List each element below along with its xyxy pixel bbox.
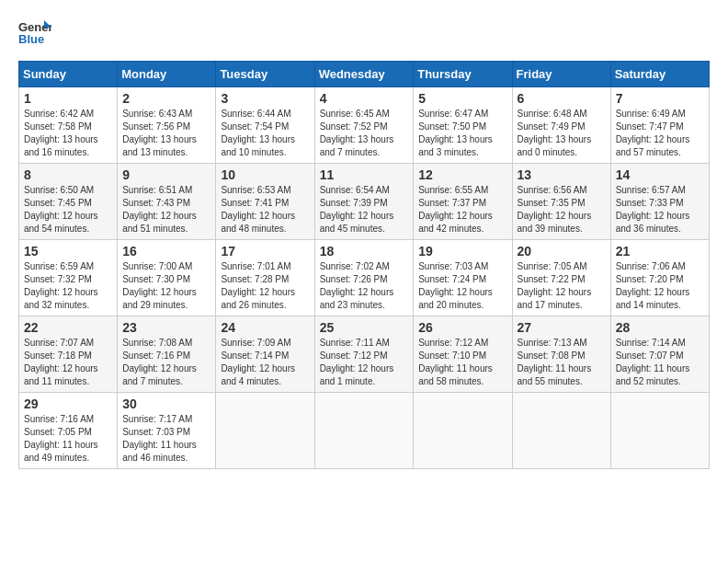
day-number: 27	[518, 320, 606, 335]
day-number: 3	[221, 91, 309, 106]
calendar-cell: 10Sunrise: 6:53 AM Sunset: 7:41 PM Dayli…	[216, 164, 314, 240]
page-header: General Blue	[18, 18, 710, 46]
day-number: 17	[221, 244, 309, 259]
day-detail: Sunrise: 7:16 AM Sunset: 7:05 PM Dayligh…	[24, 413, 112, 465]
day-detail: Sunrise: 7:08 AM Sunset: 7:16 PM Dayligh…	[122, 337, 210, 388]
day-detail: Sunrise: 7:06 AM Sunset: 7:20 PM Dayligh…	[616, 260, 704, 312]
calendar-cell: 4Sunrise: 6:45 AM Sunset: 7:52 PM Daylig…	[314, 87, 414, 164]
weekday-header-saturday: Saturday	[610, 62, 709, 87]
weekday-header-thursday: Thursday	[414, 62, 512, 87]
calendar-cell: 16Sunrise: 7:00 AM Sunset: 7:30 PM Dayli…	[118, 240, 216, 316]
day-detail: Sunrise: 7:09 AM Sunset: 7:14 PM Dayligh…	[221, 337, 309, 388]
calendar-cell: 19Sunrise: 7:03 AM Sunset: 7:24 PM Dayli…	[414, 240, 512, 316]
calendar-cell: 26Sunrise: 7:12 AM Sunset: 7:10 PM Dayli…	[414, 316, 512, 393]
calendar-cell: 9Sunrise: 6:51 AM Sunset: 7:43 PM Daylig…	[118, 164, 216, 240]
calendar-week-row: 8Sunrise: 6:50 AM Sunset: 7:45 PM Daylig…	[19, 164, 710, 240]
day-number: 2	[122, 91, 210, 106]
calendar-cell: 27Sunrise: 7:13 AM Sunset: 7:08 PM Dayli…	[512, 316, 610, 393]
calendar-cell: 18Sunrise: 7:02 AM Sunset: 7:26 PM Dayli…	[314, 240, 414, 316]
calendar-table: SundayMondayTuesdayWednesdayThursdayFrid…	[18, 61, 710, 469]
day-number: 16	[122, 244, 210, 259]
svg-text:Blue: Blue	[18, 32, 44, 46]
calendar-header: SundayMondayTuesdayWednesdayThursdayFrid…	[19, 62, 710, 87]
day-number: 24	[221, 320, 309, 335]
calendar-week-row: 15Sunrise: 6:59 AM Sunset: 7:32 PM Dayli…	[19, 240, 710, 316]
calendar-cell: 13Sunrise: 6:56 AM Sunset: 7:35 PM Dayli…	[512, 164, 610, 240]
calendar-cell: 14Sunrise: 6:57 AM Sunset: 7:33 PM Dayli…	[610, 164, 709, 240]
day-number: 6	[518, 91, 606, 106]
day-number: 21	[616, 244, 704, 259]
day-detail: Sunrise: 7:03 AM Sunset: 7:24 PM Dayligh…	[418, 260, 506, 312]
weekday-header-tuesday: Tuesday	[216, 62, 314, 87]
day-detail: Sunrise: 6:43 AM Sunset: 7:56 PM Dayligh…	[122, 108, 210, 159]
calendar-cell: 25Sunrise: 7:11 AM Sunset: 7:12 PM Dayli…	[314, 316, 414, 393]
day-number: 7	[616, 91, 704, 106]
calendar-body: 1Sunrise: 6:42 AM Sunset: 7:58 PM Daylig…	[19, 87, 710, 469]
calendar-cell: 17Sunrise: 7:01 AM Sunset: 7:28 PM Dayli…	[216, 240, 314, 316]
calendar-cell: 3Sunrise: 6:44 AM Sunset: 7:54 PM Daylig…	[216, 87, 314, 164]
day-detail: Sunrise: 7:14 AM Sunset: 7:07 PM Dayligh…	[616, 337, 704, 388]
day-detail: Sunrise: 6:56 AM Sunset: 7:35 PM Dayligh…	[518, 184, 606, 236]
calendar-cell: 24Sunrise: 7:09 AM Sunset: 7:14 PM Dayli…	[216, 316, 314, 393]
day-number: 20	[518, 244, 606, 259]
day-number: 11	[320, 167, 409, 182]
day-detail: Sunrise: 6:50 AM Sunset: 7:45 PM Dayligh…	[24, 184, 112, 236]
day-number: 25	[320, 320, 409, 335]
calendar-cell	[314, 393, 414, 469]
day-number: 13	[518, 167, 606, 182]
day-detail: Sunrise: 6:51 AM Sunset: 7:43 PM Dayligh…	[122, 184, 210, 236]
calendar-cell: 1Sunrise: 6:42 AM Sunset: 7:58 PM Daylig…	[19, 87, 118, 164]
weekday-header-sunday: Sunday	[19, 62, 118, 87]
day-number: 4	[320, 91, 409, 106]
calendar-cell	[216, 393, 314, 469]
day-detail: Sunrise: 6:48 AM Sunset: 7:49 PM Dayligh…	[518, 108, 606, 159]
calendar-cell: 8Sunrise: 6:50 AM Sunset: 7:45 PM Daylig…	[19, 164, 118, 240]
day-detail: Sunrise: 7:07 AM Sunset: 7:18 PM Dayligh…	[24, 337, 112, 388]
day-detail: Sunrise: 7:01 AM Sunset: 7:28 PM Dayligh…	[221, 260, 309, 312]
calendar-cell	[512, 393, 610, 469]
calendar-cell: 11Sunrise: 6:54 AM Sunset: 7:39 PM Dayli…	[314, 164, 414, 240]
day-number: 18	[320, 244, 409, 259]
day-number: 23	[122, 320, 210, 335]
calendar-cell: 2Sunrise: 6:43 AM Sunset: 7:56 PM Daylig…	[118, 87, 216, 164]
day-detail: Sunrise: 7:00 AM Sunset: 7:30 PM Dayligh…	[122, 260, 210, 312]
weekday-header-row: SundayMondayTuesdayWednesdayThursdayFrid…	[19, 62, 710, 87]
day-detail: Sunrise: 6:45 AM Sunset: 7:52 PM Dayligh…	[320, 108, 409, 159]
logo-icon: General Blue	[18, 18, 51, 46]
day-number: 10	[221, 167, 309, 182]
day-number: 19	[418, 244, 506, 259]
day-number: 12	[418, 167, 506, 182]
day-detail: Sunrise: 6:59 AM Sunset: 7:32 PM Dayligh…	[24, 260, 112, 312]
logo: General Blue	[18, 18, 55, 46]
day-detail: Sunrise: 6:47 AM Sunset: 7:50 PM Dayligh…	[418, 108, 506, 159]
calendar-week-row: 22Sunrise: 7:07 AM Sunset: 7:18 PM Dayli…	[19, 316, 710, 393]
day-number: 28	[616, 320, 704, 335]
day-number: 29	[24, 396, 112, 411]
calendar-cell	[610, 393, 709, 469]
day-detail: Sunrise: 7:13 AM Sunset: 7:08 PM Dayligh…	[518, 337, 606, 388]
day-number: 15	[24, 244, 112, 259]
day-number: 26	[418, 320, 506, 335]
day-number: 30	[122, 396, 210, 411]
day-detail: Sunrise: 7:02 AM Sunset: 7:26 PM Dayligh…	[320, 260, 409, 312]
calendar-cell: 20Sunrise: 7:05 AM Sunset: 7:22 PM Dayli…	[512, 240, 610, 316]
day-number: 8	[24, 167, 112, 182]
day-detail: Sunrise: 7:12 AM Sunset: 7:10 PM Dayligh…	[418, 337, 506, 388]
calendar-cell: 7Sunrise: 6:49 AM Sunset: 7:47 PM Daylig…	[610, 87, 709, 164]
calendar-cell: 30Sunrise: 7:17 AM Sunset: 7:03 PM Dayli…	[118, 393, 216, 469]
day-detail: Sunrise: 6:54 AM Sunset: 7:39 PM Dayligh…	[320, 184, 409, 236]
calendar-cell: 22Sunrise: 7:07 AM Sunset: 7:18 PM Dayli…	[19, 316, 118, 393]
day-detail: Sunrise: 7:11 AM Sunset: 7:12 PM Dayligh…	[320, 337, 409, 388]
day-detail: Sunrise: 6:53 AM Sunset: 7:41 PM Dayligh…	[221, 184, 309, 236]
day-detail: Sunrise: 6:57 AM Sunset: 7:33 PM Dayligh…	[616, 184, 704, 236]
day-detail: Sunrise: 6:42 AM Sunset: 7:58 PM Dayligh…	[24, 108, 112, 159]
day-number: 5	[418, 91, 506, 106]
calendar-cell: 5Sunrise: 6:47 AM Sunset: 7:50 PM Daylig…	[414, 87, 512, 164]
day-detail: Sunrise: 7:17 AM Sunset: 7:03 PM Dayligh…	[122, 413, 210, 465]
day-number: 1	[24, 91, 112, 106]
calendar-cell: 12Sunrise: 6:55 AM Sunset: 7:37 PM Dayli…	[414, 164, 512, 240]
day-detail: Sunrise: 6:49 AM Sunset: 7:47 PM Dayligh…	[616, 108, 704, 159]
day-number: 22	[24, 320, 112, 335]
calendar-cell: 15Sunrise: 6:59 AM Sunset: 7:32 PM Dayli…	[19, 240, 118, 316]
calendar-cell: 6Sunrise: 6:48 AM Sunset: 7:49 PM Daylig…	[512, 87, 610, 164]
